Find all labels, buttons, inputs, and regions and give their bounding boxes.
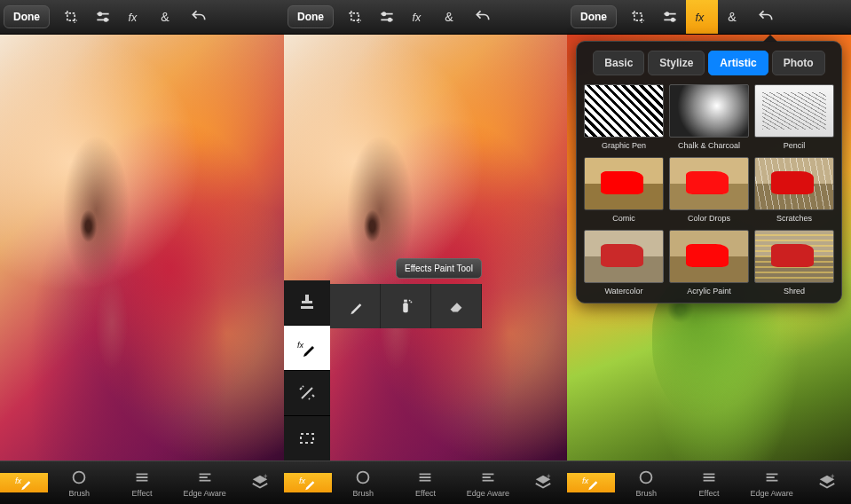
adjust-icon[interactable] <box>371 0 403 34</box>
svg-point-5 <box>74 472 85 484</box>
svg-text:+: + <box>831 473 835 481</box>
edge-aware-button[interactable]: Edge Aware <box>173 468 236 498</box>
effect-watercolor[interactable]: Watercolor <box>584 230 664 295</box>
tab-basic[interactable]: Basic <box>593 51 644 75</box>
crop-icon[interactable] <box>55 0 87 34</box>
fx-icon[interactable]: fx <box>119 0 151 34</box>
side-tool-strip: fx <box>284 280 330 461</box>
tab-stylize[interactable]: Stylize <box>648 51 705 75</box>
effect-chalk-charcoal[interactable]: Chalk & Charcoal <box>669 84 749 150</box>
tab-photo[interactable]: Photo <box>772 51 825 75</box>
effect-graphic-pen[interactable]: Graphic Pen <box>584 84 664 150</box>
svg-point-21 <box>672 19 674 21</box>
svg-point-16 <box>411 302 413 303</box>
svg-text:fx: fx <box>299 476 306 485</box>
top-toolbar: Done fx & <box>0 0 284 35</box>
ampersand-icon[interactable]: & <box>151 0 183 34</box>
svg-point-18 <box>358 472 369 484</box>
eraser-sub[interactable] <box>431 284 482 328</box>
layers-button[interactable]: + <box>236 473 284 492</box>
tab-artistic[interactable]: Artistic <box>708 51 768 75</box>
tool-tooltip: Effects Paint Tool <box>396 258 482 279</box>
effect-color-drops[interactable]: Color Drops <box>669 157 749 223</box>
adjust-icon[interactable] <box>654 0 686 34</box>
fx-brush-button[interactable]: fx <box>0 473 48 492</box>
svg-text:&: & <box>728 10 737 24</box>
bottom-toolbar: fx Brush Effect Edge Aware + <box>284 461 567 504</box>
brush-sub[interactable] <box>330 284 381 328</box>
fx-icon[interactable]: fx <box>686 0 718 34</box>
top-toolbar: Done fx & <box>284 0 567 35</box>
brush-button[interactable]: Brush <box>615 468 678 498</box>
fx-panel: Basic Stylize Artistic Photo Graphic Pen… <box>576 41 842 303</box>
svg-text:+: + <box>547 473 551 481</box>
spray-sub[interactable] <box>381 284 431 328</box>
fx-brush-button[interactable]: fx <box>567 473 615 492</box>
svg-point-7 <box>382 12 385 15</box>
svg-rect-14 <box>404 300 407 303</box>
svg-text:&: & <box>161 10 169 24</box>
done-button[interactable]: Done <box>571 5 617 28</box>
fx-icon[interactable]: fx <box>403 0 435 34</box>
svg-text:fx: fx <box>696 12 705 24</box>
bottom-toolbar: fx Brush Effect Edge Aware + <box>567 461 851 504</box>
edge-aware-button[interactable]: Edge Aware <box>457 468 519 498</box>
done-button[interactable]: Done <box>288 5 334 28</box>
brush-button[interactable]: Brush <box>332 468 394 498</box>
svg-point-1 <box>105 19 107 21</box>
svg-point-0 <box>98 12 101 15</box>
effect-comic[interactable]: Comic <box>584 157 664 223</box>
bottom-toolbar: fx Brush Effect Edge Aware + <box>0 461 284 504</box>
svg-text:fx: fx <box>15 476 22 485</box>
effect-scratches[interactable]: Scratches <box>754 157 834 223</box>
svg-point-8 <box>389 19 391 21</box>
svg-point-15 <box>409 300 411 302</box>
top-toolbar: Done fx & <box>567 0 851 35</box>
fx-brush-button[interactable]: fx <box>284 473 332 492</box>
brush-button[interactable]: Brush <box>48 468 111 498</box>
layers-button[interactable]: + <box>803 473 851 492</box>
svg-text:+: + <box>264 473 268 481</box>
fx-tab-bar: Basic Stylize Artistic Photo <box>584 51 834 75</box>
layers-button[interactable]: + <box>519 473 567 492</box>
canvas[interactable] <box>0 34 284 461</box>
svg-rect-13 <box>403 303 408 312</box>
undo-icon[interactable] <box>750 0 782 34</box>
magic-wand-tool[interactable] <box>284 371 330 416</box>
sub-tool-strip <box>330 284 482 328</box>
effect-shred[interactable]: Shred <box>754 230 834 295</box>
effect-button[interactable]: Effect <box>394 468 456 498</box>
ampersand-icon[interactable]: & <box>435 0 467 34</box>
svg-point-20 <box>666 12 668 15</box>
undo-icon[interactable] <box>467 0 499 34</box>
undo-icon[interactable] <box>183 0 215 34</box>
ampersand-icon[interactable]: & <box>718 0 750 34</box>
adjust-icon[interactable] <box>87 0 119 34</box>
done-button[interactable]: Done <box>4 5 50 28</box>
effect-pencil[interactable]: Pencil <box>754 84 834 150</box>
svg-text:fx: fx <box>297 341 304 350</box>
svg-text:fx: fx <box>129 12 138 24</box>
marquee-tool[interactable] <box>284 416 330 461</box>
edge-aware-button[interactable]: Edge Aware <box>740 468 803 498</box>
effect-button[interactable]: Effect <box>111 468 174 498</box>
svg-text:fx: fx <box>413 12 422 24</box>
stamp-tool[interactable] <box>284 280 330 326</box>
effect-acrylic-paint[interactable]: Acrylic Paint <box>669 230 749 295</box>
effect-button[interactable]: Effect <box>678 468 741 498</box>
fx-brush-tool[interactable]: fx <box>284 326 330 371</box>
svg-text:fx: fx <box>582 476 589 485</box>
crop-icon[interactable] <box>622 0 654 34</box>
svg-rect-12 <box>301 434 313 443</box>
svg-point-25 <box>641 472 652 484</box>
crop-icon[interactable] <box>339 0 371 34</box>
svg-text:&: & <box>445 10 453 24</box>
